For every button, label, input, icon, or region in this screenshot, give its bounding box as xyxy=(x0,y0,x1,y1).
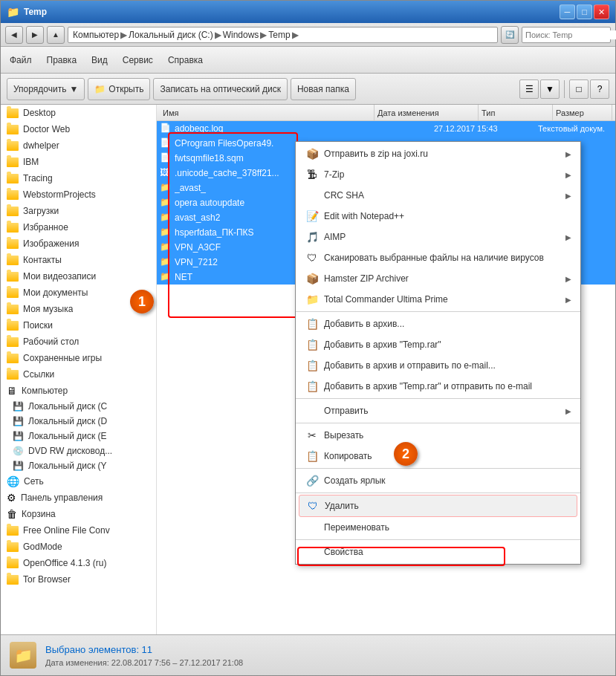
sidebar-disk-d[interactable]: 💾 Локальный диск (D xyxy=(1,414,156,429)
sidebar-item-desktop[interactable]: Desktop xyxy=(1,105,156,121)
minimize-button[interactable]: ─ xyxy=(560,4,575,19)
sidebar-label-favorites: Избранное xyxy=(23,222,68,233)
ctx-crcsha-icon xyxy=(305,188,320,203)
search-input[interactable] xyxy=(525,30,616,39)
col-header-type[interactable]: Тип xyxy=(479,105,553,120)
sidebar-item-dwhelper[interactable]: dwhelper xyxy=(1,137,156,154)
sidebar-item-tracing[interactable]: Tracing xyxy=(1,170,156,186)
ctx-aimp[interactable]: 🎵 AIMP ▶ xyxy=(296,227,580,247)
sidebar-item-openoffice[interactable]: OpenOffice 4.1.3 (ru) xyxy=(1,555,156,571)
sidebar-item-desktop2[interactable]: Рабочий стол xyxy=(1,334,156,350)
sidebar-item-savedgames[interactable]: Сохраненные игры xyxy=(1,350,156,366)
address-path[interactable]: Компьютер ▶ Локальный диск (C:) ▶ Window… xyxy=(68,27,498,43)
sidebar-item-ibm[interactable]: IBM xyxy=(1,154,156,170)
disk-icon-e: 💾 xyxy=(13,431,24,441)
organize-button[interactable]: Упорядочить ▼ xyxy=(7,78,85,100)
back-button[interactable]: ◀ xyxy=(5,26,23,44)
up-button[interactable]: ▲ xyxy=(47,26,65,44)
sidebar-item-controlpanel[interactable]: ⚙ Панель управления xyxy=(1,490,156,506)
open-button[interactable]: 📁 Открыть xyxy=(88,78,150,100)
path-windows[interactable]: Windows xyxy=(223,30,259,40)
sidebar-label-pictures: Изображения xyxy=(23,238,79,249)
sidebar-disk-c[interactable]: 💾 Локальный диск (C xyxy=(1,399,156,414)
ctx-properties[interactable]: Свойства xyxy=(296,542,580,562)
col-header-name[interactable]: Имя xyxy=(160,105,375,120)
sidebar-item-videos[interactable]: Мои видеозаписи xyxy=(1,268,156,285)
help-button[interactable]: ? xyxy=(590,79,609,99)
ctx-delete[interactable]: 🛡 Удалить xyxy=(299,495,577,517)
ctx-copy[interactable]: 📋 Копировать xyxy=(296,446,580,467)
col-header-date[interactable]: Дата изменения xyxy=(375,105,479,120)
sidebar-item-pictures[interactable]: Изображения xyxy=(1,235,156,252)
view-options-button[interactable]: ▼ xyxy=(540,79,560,99)
sidebar-item-godmode[interactable]: GodMode xyxy=(1,539,156,555)
menu-help[interactable]: Справка xyxy=(165,53,206,67)
folder-icon xyxy=(7,370,19,380)
menu-edit[interactable]: Правка xyxy=(44,53,80,67)
ctx-add-archive[interactable]: 📋 Добавить в архив... xyxy=(296,313,580,334)
sidebar-item-links[interactable]: Ссылки xyxy=(1,366,156,383)
ctx-scan[interactable]: 🛡 Сканировать выбранные файлы на наличие… xyxy=(296,247,580,268)
refresh-button[interactable]: 🔄 xyxy=(501,26,519,44)
search-box[interactable]: 🔍 xyxy=(522,27,611,43)
ctx-7zip[interactable]: 🗜 7-Zip ▶ xyxy=(296,164,580,185)
ctx-add-email[interactable]: 📋 Добавить в архив и отправить по e-mail… xyxy=(296,355,580,376)
ctx-notepad[interactable]: 📝 Edit with Notepad++ xyxy=(296,206,580,227)
sidebar-dvdrw[interactable]: 💿 DVD RW дисковод... xyxy=(1,443,156,458)
titlebar: 📁 Temp ─ □ ✕ xyxy=(1,1,615,23)
ctx-zip-joxi-arrow: ▶ xyxy=(565,150,571,158)
sidebar-disk-e[interactable]: 💾 Локальный диск (E xyxy=(1,429,156,443)
sidebar-item-recycle[interactable]: 🗑 Корзина xyxy=(1,506,156,522)
sidebar-item-downloads[interactable]: Загрузки xyxy=(1,203,156,219)
file-date-adobegc: 27.12.2017 15:43 xyxy=(434,124,538,133)
sidebar-label-downloads: Загрузки xyxy=(23,206,59,216)
path-computer[interactable]: Компьютер xyxy=(73,30,119,40)
maximize-button[interactable]: □ xyxy=(577,4,592,19)
sidebar-computer[interactable]: 🖥 Компьютер xyxy=(1,383,156,399)
sidebar-item-network[interactable]: 🌐 Сеть xyxy=(1,473,156,490)
sidebar-item-contacts[interactable]: Контакты xyxy=(1,252,156,268)
ctx-add-temp-email[interactable]: 📋 Добавить в архив "Temp.rar" и отправит… xyxy=(296,376,580,397)
preview-button[interactable]: □ xyxy=(569,79,589,99)
folder-icon xyxy=(7,239,19,249)
file-item-adobegc[interactable]: 📄 adobegc.log 27.12.2017 15:43 Текстовый… xyxy=(157,121,615,136)
ctx-zip-joxi[interactable]: 📦 Отправить в zip на joxi.ru ▶ xyxy=(296,143,580,164)
sidebar-item-searches[interactable]: Поиски xyxy=(1,317,156,334)
file-icon-vpna3cf: 📁 xyxy=(160,241,172,253)
ctx-shortcut-icon: 🔗 xyxy=(305,473,320,488)
sidebar-item-torbrowser[interactable]: Tor Browser xyxy=(1,571,156,588)
sidebar-item-doctorweb[interactable]: Doctor Web xyxy=(1,121,156,137)
folder-icon xyxy=(7,288,19,298)
sidebar-label-disk-c: Локальный диск (C xyxy=(28,401,107,412)
window-icon: 📁 xyxy=(7,6,19,18)
path-drive[interactable]: Локальный диск (C:) xyxy=(129,30,213,40)
ctx-send[interactable]: Отправить ▶ xyxy=(296,400,580,421)
sidebar-item-webstorm[interactable]: WebstormProjects xyxy=(1,186,156,203)
ctx-shortcut[interactable]: 🔗 Создать ярлык xyxy=(296,470,580,491)
forward-button[interactable]: ▶ xyxy=(26,26,44,44)
context-menu[interactable]: 📦 Отправить в zip на joxi.ru ▶ 🗜 7-Zip ▶… xyxy=(295,141,581,565)
new-folder-button[interactable]: Новая папка xyxy=(291,78,356,100)
close-button[interactable]: ✕ xyxy=(594,4,609,19)
sidebar-disk-y[interactable]: 💾 Локальный диск (Y xyxy=(1,458,156,473)
ctx-hamster[interactable]: 📦 Hamster ZIP Archiver ▶ xyxy=(296,268,580,289)
sidebar-item-converter[interactable]: Free Online File Conv xyxy=(1,522,156,539)
ctx-rename[interactable]: Переименовать xyxy=(296,517,580,538)
computer-icon: 🖥 xyxy=(7,385,17,397)
col-header-size[interactable]: Размер xyxy=(553,105,612,120)
ctx-send-arrow: ▶ xyxy=(565,407,571,415)
status-date: Дата изменения: 22.08.2017 7:56 – 27.12.… xyxy=(45,658,243,667)
burn-button[interactable]: Записать на оптический диск xyxy=(153,78,288,100)
sidebar-item-favorites[interactable]: Избранное xyxy=(1,219,156,235)
path-temp[interactable]: Temp xyxy=(268,30,290,40)
menu-service[interactable]: Сервис xyxy=(120,53,156,67)
menu-file[interactable]: Файл xyxy=(7,53,35,67)
details-view-button[interactable]: ☰ xyxy=(519,79,539,99)
menu-view[interactable]: Вид xyxy=(88,53,111,67)
ctx-totalcmd[interactable]: 📁 Total Commander Ultima Prime ▶ xyxy=(296,289,580,310)
folder-icon xyxy=(7,108,19,118)
ctx-crcsha[interactable]: CRC SHA ▶ xyxy=(296,185,580,206)
ctx-cut[interactable]: ✂ Вырезать xyxy=(296,425,580,446)
burn-label: Записать на оптический диск xyxy=(160,84,281,94)
ctx-add-temp-rar[interactable]: 📋 Добавить в архив "Temp.rar" xyxy=(296,334,580,355)
